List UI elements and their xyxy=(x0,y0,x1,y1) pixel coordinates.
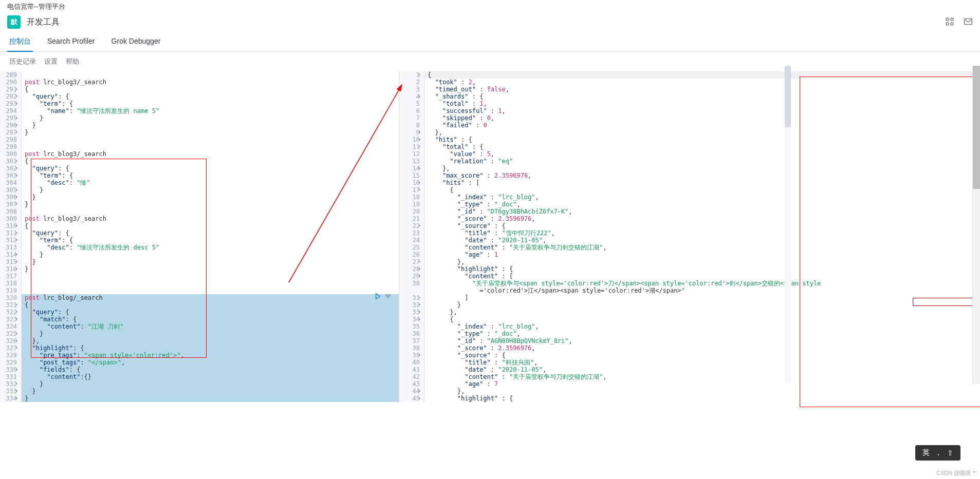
svg-rect-2 xyxy=(946,23,949,25)
window-scrollbar[interactable] xyxy=(972,66,980,384)
response-editor-pane: 1234567891011121314151617181920212223242… xyxy=(399,71,980,402)
svg-rect-3 xyxy=(951,23,953,25)
tab-search-profiler[interactable]: Search Profiler xyxy=(45,32,97,51)
response-inner-scrollbar[interactable] xyxy=(785,66,791,384)
app-logo-icon[interactable]: 默 xyxy=(7,15,21,29)
header-bar: 默 开发工具 xyxy=(0,12,980,32)
request-editor-pane: 2892902912922932942952962972982993003013… xyxy=(0,71,399,402)
svg-rect-0 xyxy=(946,18,949,21)
page-title: 开发工具 xyxy=(27,17,60,28)
svg-rect-1 xyxy=(951,18,953,21)
mail-icon[interactable] xyxy=(964,17,973,28)
tab-grok-debugger[interactable]: Grok Debugger xyxy=(109,32,163,51)
request-options-icon[interactable] xyxy=(384,293,392,301)
tab-bar: 控制台 Search Profiler Grok Debugger xyxy=(0,32,980,52)
subnav: 历史记录 设置 帮助 xyxy=(0,52,980,71)
ime-shift-icon: ⇧ xyxy=(947,449,953,457)
ime-lang-label: 英 xyxy=(922,448,930,457)
request-gutter: 2892902912922932942952962972982993003013… xyxy=(0,71,22,402)
ime-indicator: 英 ， ⇧ xyxy=(915,445,960,461)
request-editor[interactable]: post lrc_blog3/_search{ "query": { "term… xyxy=(22,71,399,402)
subnav-history[interactable]: 历史记录 xyxy=(9,57,36,66)
browser-tab-title: 电信宽带--管理平台 xyxy=(0,0,980,12)
response-gutter: 1234567891011121314151617181920212223242… xyxy=(399,71,424,402)
subnav-settings[interactable]: 设置 xyxy=(44,57,58,66)
subnav-help[interactable]: 帮助 xyxy=(66,57,79,66)
response-editor[interactable]: { "took" : 2, "timed_out" : false, "_sha… xyxy=(424,71,980,402)
run-request-icon[interactable] xyxy=(374,293,381,301)
main-split: 2892902912922932942952962972982993003013… xyxy=(0,71,980,402)
fullscreen-icon[interactable] xyxy=(945,17,954,28)
tab-console[interactable]: 控制台 xyxy=(7,32,33,51)
ime-sep-label: ， xyxy=(935,448,942,457)
watermark-label: CSDN @嗯嗯 ** xyxy=(936,469,977,477)
